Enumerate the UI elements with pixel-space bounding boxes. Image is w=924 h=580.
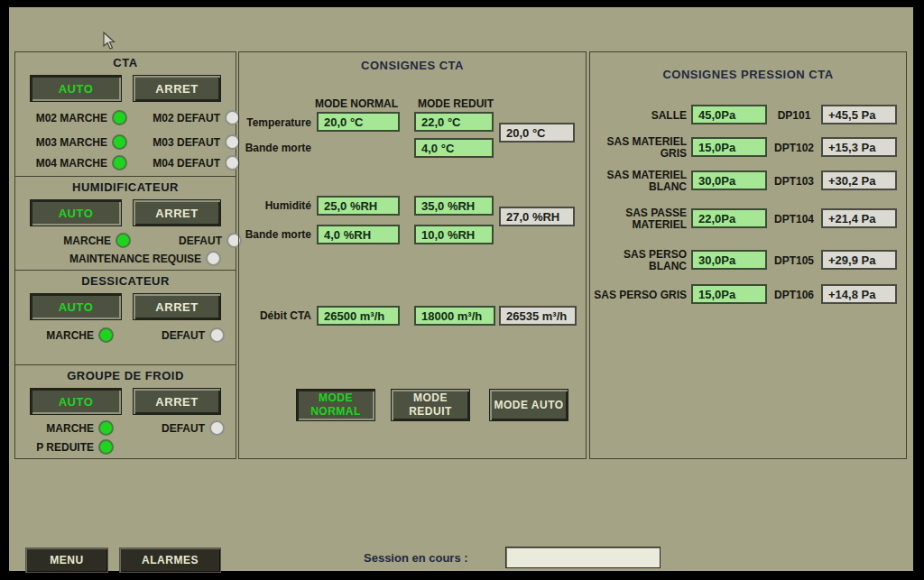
section-title: CTA bbox=[15, 56, 236, 69]
groupe-froid-defaut-led bbox=[209, 420, 225, 436]
debit-normal-setpoint[interactable]: 26500 m³/h bbox=[317, 306, 400, 326]
dpt102-value: +15,3 Pa bbox=[821, 137, 897, 157]
humidite-label: Humidité bbox=[243, 199, 311, 212]
indicator-label: DEFAUT bbox=[135, 235, 222, 247]
dpt103-value: +30,2 Pa bbox=[821, 170, 897, 190]
humidite-normal-setpoint[interactable]: 25,0 %RH bbox=[317, 196, 400, 216]
sas-perso-blanc-setpoint[interactable]: 30,0Pa bbox=[691, 250, 767, 270]
alarmes-button[interactable]: ALARMES bbox=[119, 548, 221, 573]
bande-morte-temp-reduit-setpoint[interactable]: 4,0 °C bbox=[414, 138, 494, 158]
consignes-cta-panel: CONSIGNES CTA MODE NORMAL MODE REDUIT Te… bbox=[238, 51, 587, 459]
dessicateur-auto-button[interactable]: AUTO bbox=[30, 293, 122, 320]
sas-materiel-blanc-setpoint[interactable]: 30,0Pa bbox=[691, 170, 767, 190]
bande-morte-temp-label: Bande morte bbox=[243, 142, 311, 154]
debit-reduit-setpoint[interactable]: 18000 m³/h bbox=[414, 306, 495, 326]
humidificateur-auto-button[interactable]: AUTO bbox=[30, 199, 122, 226]
dessicateur-defaut-led bbox=[209, 327, 225, 343]
dessicateur-marche-led bbox=[98, 327, 114, 343]
indicator-label: DEFAUT bbox=[118, 422, 205, 435]
section-title: GROUPE DE FROID bbox=[15, 369, 236, 382]
groupe-froid-auto-button[interactable]: AUTO bbox=[30, 388, 122, 415]
humidificateur-arret-button[interactable]: ARRET bbox=[133, 199, 221, 226]
cta-arret-button[interactable]: ARRET bbox=[133, 75, 221, 102]
pressure-row: SAS PERSO GRIS 15,0Pa DPT106 +14,8 Pa bbox=[590, 284, 906, 306]
humidite-actual-value: 27,0 %RH bbox=[499, 207, 575, 226]
maintenance-requise-led bbox=[206, 251, 221, 266]
indicator-label: M02 DEFAUT bbox=[132, 112, 220, 124]
section-title: HUMIDIFICATEUR bbox=[15, 180, 236, 194]
session-input[interactable] bbox=[505, 547, 661, 568]
dpt104-value: +21,4 Pa bbox=[821, 208, 897, 228]
m04-marche-led bbox=[112, 155, 127, 170]
pressure-tag: DP101 bbox=[771, 109, 818, 122]
cta-auto-button[interactable]: AUTO bbox=[30, 75, 122, 102]
panel-title: CONSIGNES PRESSION CTA bbox=[590, 68, 906, 81]
consignes-pression-panel: CONSIGNES PRESSION CTA SALLE 45,0Pa DP10… bbox=[589, 51, 907, 459]
indicator-label: M02 MARCHE bbox=[21, 112, 107, 124]
pressure-row: SAS PASSE MATERIEL 22,0Pa DPT104 +21,4 P… bbox=[590, 208, 906, 230]
pressure-row: SALLE 45,0Pa DP101 +45,5 Pa bbox=[590, 105, 906, 126]
temperature-reduit-setpoint[interactable]: 22,0 °C bbox=[414, 112, 494, 132]
groupe-froid-marche-led bbox=[98, 420, 114, 436]
panel-title: CONSIGNES CTA bbox=[239, 59, 586, 72]
temperature-actual-value: 20,0 °C bbox=[499, 123, 575, 143]
section-title: DESSICATEUR bbox=[15, 274, 236, 288]
menu-button[interactable]: MENU bbox=[25, 548, 108, 573]
indicator-label: MARCHE bbox=[17, 422, 94, 435]
p-reduite-led bbox=[98, 439, 114, 455]
pressure-row-label: SALLE bbox=[590, 110, 687, 122]
column-header-mode-normal: MODE NORMAL bbox=[311, 97, 402, 110]
pressure-row-label: SAS PERSO BLANC bbox=[590, 249, 687, 272]
pressure-row-label: SAS MATERIEL BLANC bbox=[590, 170, 687, 193]
groupe-froid-arret-button[interactable]: ARRET bbox=[133, 388, 221, 415]
section-cta: CTA AUTO ARRET M02 MARCHE M02 DEFAUT M03… bbox=[15, 52, 236, 177]
section-dessicateur: DESSICATEUR AUTO ARRET MARCHE DEFAUT bbox=[15, 271, 236, 365]
pressure-row: SAS MATERIEL BLANC 30,0Pa DPT103 +30,2 P… bbox=[590, 170, 906, 192]
pressure-row: SAS MATERIEL GRIS 15,0Pa DPT102 +15,3 Pa bbox=[590, 137, 906, 159]
pressure-tag: DPT105 bbox=[771, 254, 818, 267]
indicator-label: MARCHE bbox=[21, 235, 111, 247]
dpt106-value: +14,8 Pa bbox=[821, 284, 897, 304]
m03-marche-led bbox=[112, 134, 127, 150]
indicator-label: P REDUITE bbox=[17, 441, 94, 454]
bande-morte-hum-label: Bande morte bbox=[243, 228, 311, 241]
mode-normal-button[interactable]: MODE NORMAL bbox=[296, 389, 375, 421]
indicator-label: MAINTENANCE REQUISE bbox=[69, 253, 201, 265]
m02-marche-led bbox=[112, 110, 127, 125]
humidificateur-marche-led bbox=[116, 233, 131, 248]
mode-auto-button[interactable]: MODE AUTO bbox=[489, 389, 568, 421]
section-humidificateur: HUMIDIFICATEUR AUTO ARRET MARCHE DEFAUT … bbox=[15, 177, 236, 271]
dp101-value: +45,5 Pa bbox=[821, 105, 897, 124]
dessicateur-arret-button[interactable]: ARRET bbox=[133, 293, 221, 320]
bande-morte-hum-normal-setpoint[interactable]: 4,0 %RH bbox=[317, 225, 400, 244]
column-header-mode-reduit: MODE REDUIT bbox=[411, 97, 501, 110]
sas-materiel-gris-setpoint[interactable]: 15,0Pa bbox=[691, 137, 767, 157]
session-label: Session en cours : bbox=[364, 551, 468, 565]
sas-perso-gris-setpoint[interactable]: 15,0Pa bbox=[691, 284, 767, 304]
equipment-panel: CTA AUTO ARRET M02 MARCHE M02 DEFAUT M03… bbox=[14, 51, 236, 459]
indicator-label: M04 MARCHE bbox=[21, 157, 107, 170]
indicator-label: M03 MARCHE bbox=[21, 136, 107, 149]
pressure-tag: DPT106 bbox=[771, 289, 818, 301]
temperature-normal-setpoint[interactable]: 20,0 °C bbox=[317, 112, 400, 132]
sas-passe-materiel-setpoint[interactable]: 22,0Pa bbox=[691, 208, 767, 228]
pressure-row-label: SAS PERSO GRIS bbox=[590, 290, 687, 301]
pressure-tag: DPT102 bbox=[771, 142, 818, 154]
indicator-label: DEFAUT bbox=[118, 329, 205, 342]
pressure-row-label: SAS MATERIEL GRIS bbox=[590, 136, 687, 160]
humidite-reduit-setpoint[interactable]: 35,0 %RH bbox=[414, 196, 494, 216]
pressure-tag: DPT104 bbox=[771, 213, 818, 226]
indicator-label: M04 DEFAUT bbox=[132, 157, 220, 170]
indicator-label: MARCHE bbox=[17, 329, 94, 342]
bande-morte-hum-reduit-setpoint[interactable]: 10,0 %RH bbox=[414, 225, 494, 244]
dpt105-value: +29,9 Pa bbox=[821, 250, 897, 270]
debit-actual-value: 26535 m³/h bbox=[499, 306, 577, 326]
pressure-tag: DPT103 bbox=[771, 175, 818, 188]
hmi-screen: CTA AUTO ARRET M02 MARCHE M02 DEFAUT M03… bbox=[0, 0, 924, 580]
temperature-label: Temperature bbox=[243, 116, 311, 129]
salle-setpoint[interactable]: 45,0Pa bbox=[691, 105, 767, 124]
indicator-label: M03 DEFAUT bbox=[132, 136, 220, 149]
debit-cta-label: Débit CTA bbox=[243, 309, 311, 322]
pressure-row-label: SAS PASSE MATERIEL bbox=[590, 207, 687, 231]
mode-reduit-button[interactable]: MODE REDUIT bbox=[391, 389, 470, 421]
